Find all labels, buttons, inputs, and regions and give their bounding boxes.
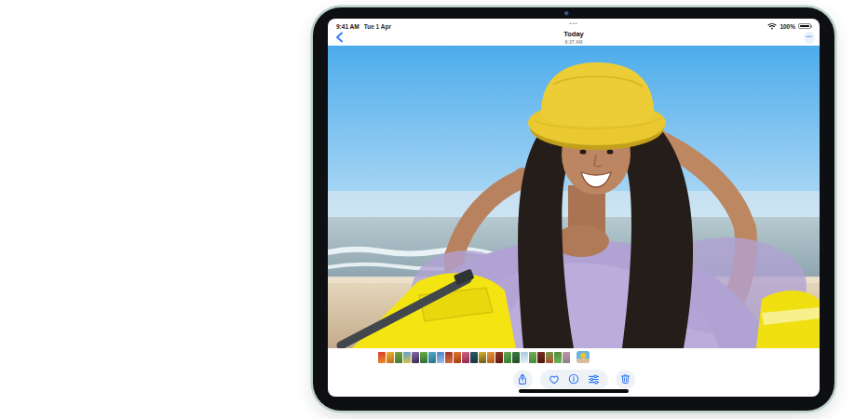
filmstrip-thumb[interactable] — [454, 352, 461, 363]
more-options-button[interactable]: ••• — [804, 32, 816, 44]
status-date: Tue 1 Apr — [364, 23, 391, 30]
nav-bar: Today 8:37 AM ••• — [328, 31, 820, 46]
front-camera-icon — [564, 11, 569, 16]
filmstrip-thumb[interactable] — [521, 352, 528, 363]
trash-icon — [620, 373, 631, 385]
page-subtitle: 8:37 AM — [328, 39, 820, 45]
ipad-device-frame: 9:41 AM Tue 1 Apr ••• 100% — [313, 7, 834, 411]
filmstrip-thumb[interactable] — [563, 352, 570, 363]
filmstrip-thumb[interactable] — [512, 352, 520, 363]
filmstrip-selected-thumb[interactable] — [576, 351, 590, 364]
share-button[interactable] — [513, 370, 533, 389]
filmstrip-thumb[interactable] — [504, 352, 511, 363]
filmstrip-thumb[interactable] — [445, 352, 453, 363]
filmstrip-thumb[interactable] — [395, 352, 402, 363]
toolbar — [328, 369, 820, 389]
filmstrip-thumb[interactable] — [529, 352, 536, 363]
filmstrip-thumb[interactable] — [554, 352, 562, 363]
filmstrip-thumb[interactable] — [403, 352, 411, 363]
page-title: Today — [328, 31, 820, 39]
filmstrip-thumb[interactable] — [437, 352, 444, 363]
filmstrip-thumb[interactable] — [420, 352, 427, 363]
filmstrip-thumb[interactable] — [495, 352, 503, 363]
share-icon — [517, 373, 528, 385]
filmstrip-thumb[interactable] — [412, 352, 419, 363]
filmstrip-thumb[interactable] — [462, 352, 469, 363]
toolbar-pill — [540, 370, 608, 389]
sliders-icon — [588, 374, 600, 385]
battery-icon — [798, 23, 811, 30]
adjust-button[interactable] — [588, 374, 600, 385]
favorite-button[interactable] — [549, 374, 560, 385]
filmstrip-thumbs — [378, 352, 570, 363]
filmstrip-thumb[interactable] — [479, 352, 486, 363]
photo-viewer-image[interactable] — [328, 46, 820, 348]
filmstrip-thumb[interactable] — [487, 352, 495, 363]
delete-button[interactable] — [616, 370, 635, 389]
filmstrip-thumb[interactable] — [537, 352, 545, 363]
filmstrip-thumb[interactable] — [378, 352, 386, 363]
filmstrip-thumb[interactable] — [428, 352, 436, 363]
filmstrip-thumb[interactable] — [546, 352, 553, 363]
page-background: 9:41 AM Tue 1 Apr ••• 100% — [0, 0, 868, 419]
filmstrip-thumb[interactable] — [470, 352, 478, 363]
info-icon — [568, 373, 579, 385]
info-button[interactable] — [568, 373, 579, 385]
multitasking-dots-icon[interactable]: ••• — [569, 20, 577, 26]
filmstrip — [378, 350, 590, 364]
battery-percent: 100% — [780, 23, 795, 30]
heart-icon — [549, 374, 560, 385]
status-time: 9:41 AM — [336, 23, 359, 30]
ellipsis-icon: ••• — [807, 34, 812, 39]
yellow-bag-right — [756, 291, 820, 348]
ipad-screen: 9:41 AM Tue 1 Apr ••• 100% — [328, 19, 820, 397]
filmstrip-thumb[interactable] — [387, 352, 394, 363]
home-indicator[interactable] — [519, 389, 629, 393]
wifi-icon — [767, 22, 777, 30]
